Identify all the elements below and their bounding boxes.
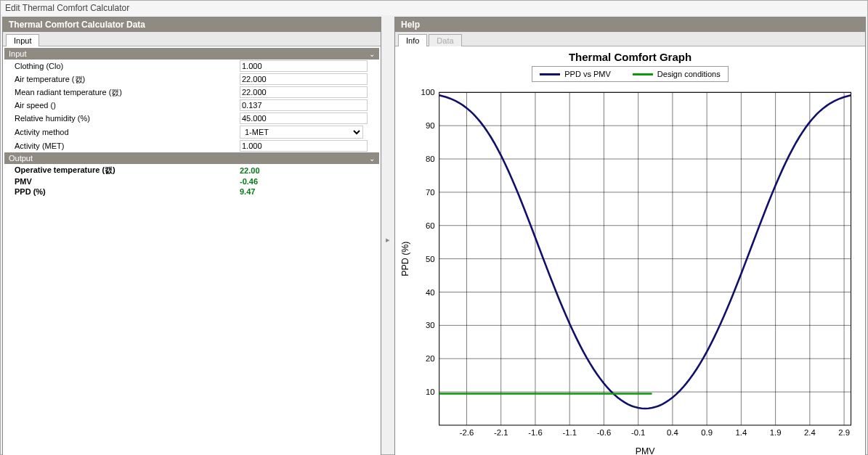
tab-data[interactable]: Data xyxy=(429,34,461,46)
chart-legend: PPD vs PMV Design conditions xyxy=(532,66,728,82)
svg-text:60: 60 xyxy=(426,221,435,230)
svg-text:0.9: 0.9 xyxy=(701,428,713,437)
svg-text:-2.6: -2.6 xyxy=(460,428,474,437)
label-pmv: PMV xyxy=(4,177,240,186)
legend-label-ppd: PPD vs PMV xyxy=(564,70,611,78)
input-air-speed[interactable] xyxy=(240,99,368,111)
svg-text:0.4: 0.4 xyxy=(667,428,678,437)
svg-text:-1.1: -1.1 xyxy=(562,428,577,437)
chevron-down-icon: ⌄ xyxy=(369,50,375,58)
input-mrt[interactable] xyxy=(240,86,368,98)
chevron-down-icon: ⌄ xyxy=(369,155,375,163)
label-clothing: Clothing (Clo) xyxy=(4,62,240,70)
svg-text:PPD (%): PPD (%) xyxy=(400,242,410,276)
legend-design: Design conditions xyxy=(633,70,721,78)
left-tabs: Input xyxy=(3,32,381,46)
tab-info[interactable]: Info xyxy=(398,34,427,46)
svg-text:80: 80 xyxy=(426,155,435,163)
legend-label-design: Design conditions xyxy=(657,70,721,78)
label-activity-met: Activity (MET) xyxy=(4,142,240,150)
label-ppd: PPD (%) xyxy=(4,187,240,196)
svg-text:100: 100 xyxy=(421,88,435,97)
svg-text:40: 40 xyxy=(426,288,435,297)
svg-text:2.9: 2.9 xyxy=(838,428,850,437)
chart-title: Thermal Comfort Graph xyxy=(398,51,862,63)
svg-text:2.4: 2.4 xyxy=(804,428,816,437)
svg-text:20: 20 xyxy=(426,354,435,363)
row-activity-met: Activity (MET) xyxy=(4,139,379,152)
right-panel: Help Info Data Thermal Comfort Graph PPD… xyxy=(394,17,866,455)
input-activity-met[interactable] xyxy=(240,140,368,152)
legend-swatch-ppd xyxy=(540,73,560,75)
svg-text:1.4: 1.4 xyxy=(736,428,747,437)
row-clothing: Clothing (Clo) xyxy=(4,60,379,73)
row-air-temp: Air temperature (캜) xyxy=(4,73,379,86)
svg-text:-2.1: -2.1 xyxy=(494,428,508,437)
input-clothing[interactable] xyxy=(240,60,368,72)
select-activity-method[interactable]: 1-MET xyxy=(240,126,363,139)
svg-text:90: 90 xyxy=(426,121,435,130)
section-output[interactable]: Output ⌄ xyxy=(4,152,379,164)
right-tabs: Info Data xyxy=(395,32,865,46)
label-rh: Relative humidity (%) xyxy=(4,114,240,123)
svg-text:50: 50 xyxy=(426,255,435,263)
right-panel-header: Help xyxy=(395,17,865,32)
label-air-speed: Air speed () xyxy=(4,101,240,110)
input-air-temp[interactable] xyxy=(240,73,368,85)
main-split: Thermal Comfort Calculator Data Input In… xyxy=(1,15,867,455)
svg-text:70: 70 xyxy=(426,188,435,197)
app-window: Edit Thermal Comfort Calculator Thermal … xyxy=(0,0,868,455)
value-ppd: 9.47 xyxy=(240,187,379,196)
row-rh: Relative humidity (%) xyxy=(4,112,379,125)
row-op-temp: Operative temperature (캜) 22.00 xyxy=(4,164,379,176)
splitter-handle[interactable]: ▸ xyxy=(384,17,392,455)
section-input[interactable]: Input ⌄ xyxy=(4,48,379,60)
label-op-temp: Operative temperature (캜) xyxy=(4,165,240,176)
tab-input[interactable]: Input xyxy=(6,34,39,46)
svg-text:1.9: 1.9 xyxy=(770,428,782,437)
left-panel: Thermal Comfort Calculator Data Input In… xyxy=(2,17,381,455)
label-air-temp: Air temperature (캜) xyxy=(4,74,240,85)
left-body: Input ⌄ Clothing (Clo) Air temperature (… xyxy=(3,46,381,455)
svg-text:-0.6: -0.6 xyxy=(597,428,612,437)
row-activity-method: Activity method 1-MET xyxy=(4,125,379,139)
value-op-temp: 22.00 xyxy=(240,166,379,175)
row-air-speed: Air speed () xyxy=(4,99,379,112)
chart-plot: -2.6-2.1-1.6-1.1-0.6-0.10.40.91.41.92.42… xyxy=(398,85,862,455)
left-panel-header: Thermal Comfort Calculator Data xyxy=(3,17,381,32)
label-mrt: Mean radiant temperature (캜) xyxy=(4,87,240,98)
row-mrt: Mean radiant temperature (캜) xyxy=(4,86,379,99)
row-pmv: PMV -0.46 xyxy=(4,176,379,186)
section-output-label: Output xyxy=(9,154,33,163)
row-ppd: PPD (%) 9.47 xyxy=(4,186,379,197)
input-rh[interactable] xyxy=(240,112,368,124)
svg-text:10: 10 xyxy=(426,388,435,396)
legend-ppd: PPD vs PMV xyxy=(540,70,611,78)
chart-area: Thermal Comfort Graph PPD vs PMV Design … xyxy=(395,46,865,455)
svg-text:-1.6: -1.6 xyxy=(528,428,543,437)
legend-swatch-design xyxy=(633,73,653,75)
section-input-label: Input xyxy=(9,49,26,58)
svg-text:30: 30 xyxy=(426,321,435,329)
window-title: Edit Thermal Comfort Calculator xyxy=(1,1,867,15)
svg-text:-0.1: -0.1 xyxy=(631,428,646,437)
svg-text:PMV: PMV xyxy=(636,446,656,455)
label-activity-method: Activity method xyxy=(4,128,240,136)
value-pmv: -0.46 xyxy=(240,177,379,186)
